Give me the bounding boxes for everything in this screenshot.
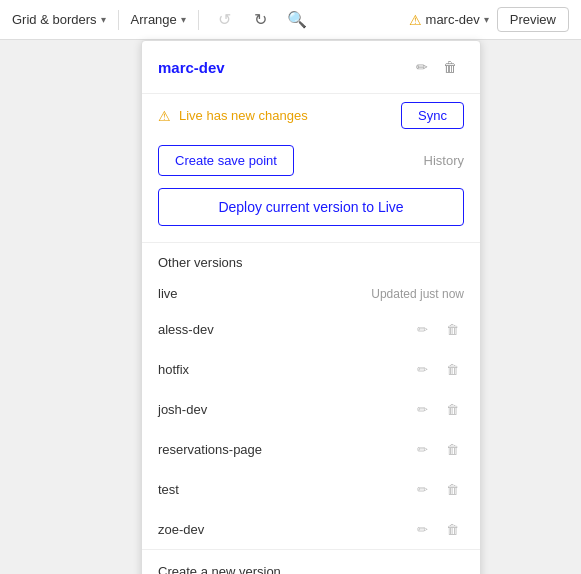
deploy-row: Deploy current version to Live <box>142 188 480 242</box>
warning-label: marc-dev <box>426 12 480 27</box>
versions-list: live Updated just now <box>142 278 480 309</box>
list-item: hotfix✏🗑 <box>142 349 480 389</box>
version-edit-button[interactable]: ✏ <box>410 397 434 421</box>
versions-panel: marc-dev ✏ 🗑 ⚠ Live has new changes Sync… <box>141 40 481 574</box>
delete-button[interactable]: 🗑 <box>436 53 464 81</box>
panel-title: marc-dev <box>158 59 408 76</box>
warning-badge[interactable]: ⚠ marc-dev ▾ <box>409 12 489 28</box>
arrange-chevron-icon: ▾ <box>181 14 186 25</box>
version-name: zoe-dev <box>158 522 402 537</box>
toolbar: Grid & borders ▾ Arrange ▾ ↺ ↻ 🔍 ⚠ marc-… <box>0 0 581 40</box>
create-version-row: Create a new version <box>142 549 480 574</box>
version-delete-button[interactable]: 🗑 <box>440 437 464 461</box>
version-name: aless-dev <box>158 322 402 337</box>
create-new-version-link[interactable]: Create a new version <box>158 564 281 574</box>
list-item: live Updated just now <box>142 278 480 309</box>
search-button[interactable]: 🔍 <box>283 6 311 34</box>
list-item: zoe-dev✏🗑 <box>142 509 480 549</box>
list-item: test✏🗑 <box>142 469 480 509</box>
undo-button[interactable]: ↺ <box>211 6 239 34</box>
list-item: aless-dev✏🗑 <box>142 309 480 349</box>
version-badge: Updated just now <box>371 287 464 301</box>
versions-dynamic-list: aless-dev✏🗑hotfix✏🗑josh-dev✏🗑reservation… <box>142 309 480 549</box>
version-delete-button[interactable]: 🗑 <box>440 357 464 381</box>
alert-row: ⚠ Live has new changes Sync <box>142 94 480 137</box>
preview-button[interactable]: Preview <box>497 7 569 32</box>
sync-button[interactable]: Sync <box>401 102 464 129</box>
grid-borders-label: Grid & borders <box>12 12 97 27</box>
version-actions: ✏🗑 <box>410 317 464 341</box>
action-row: Create save point History <box>142 137 480 188</box>
toolbar-divider-1 <box>118 10 119 30</box>
version-edit-button[interactable]: ✏ <box>410 317 434 341</box>
grid-borders-chevron-icon: ▾ <box>101 14 106 25</box>
list-item: reservations-page✏🗑 <box>142 429 480 469</box>
version-name: live <box>158 286 363 301</box>
arrange-group[interactable]: Arrange ▾ <box>131 12 186 27</box>
version-name: test <box>158 482 402 497</box>
grid-borders-group[interactable]: Grid & borders ▾ <box>12 12 106 27</box>
version-delete-button[interactable]: 🗑 <box>440 317 464 341</box>
version-actions: ✏🗑 <box>410 517 464 541</box>
version-actions: ✏🗑 <box>410 477 464 501</box>
version-actions: ✏🗑 <box>410 357 464 381</box>
version-edit-button[interactable]: ✏ <box>410 517 434 541</box>
other-versions-header: Other versions <box>142 243 480 278</box>
redo-button[interactable]: ↻ <box>247 6 275 34</box>
warning-icon: ⚠ <box>409 12 422 28</box>
arrange-label: Arrange <box>131 12 177 27</box>
save-point-button[interactable]: Create save point <box>158 145 294 176</box>
version-edit-button[interactable]: ✏ <box>410 477 434 501</box>
warning-chevron-icon: ▾ <box>484 14 489 25</box>
deploy-button[interactable]: Deploy current version to Live <box>158 188 464 226</box>
version-delete-button[interactable]: 🗑 <box>440 477 464 501</box>
list-item: josh-dev✏🗑 <box>142 389 480 429</box>
version-name: josh-dev <box>158 402 402 417</box>
version-edit-button[interactable]: ✏ <box>410 357 434 381</box>
alert-warning-icon: ⚠ <box>158 108 171 124</box>
panel-header: marc-dev ✏ 🗑 <box>142 41 480 94</box>
history-link[interactable]: History <box>424 153 464 168</box>
version-edit-button[interactable]: ✏ <box>410 437 434 461</box>
version-delete-button[interactable]: 🗑 <box>440 517 464 541</box>
toolbar-divider-2 <box>198 10 199 30</box>
version-actions: ✏🗑 <box>410 437 464 461</box>
version-name: reservations-page <box>158 442 402 457</box>
version-delete-button[interactable]: 🗑 <box>440 397 464 421</box>
version-name: hotfix <box>158 362 402 377</box>
version-actions: ✏🗑 <box>410 397 464 421</box>
edit-button[interactable]: ✏ <box>408 53 436 81</box>
alert-text: Live has new changes <box>179 108 393 123</box>
